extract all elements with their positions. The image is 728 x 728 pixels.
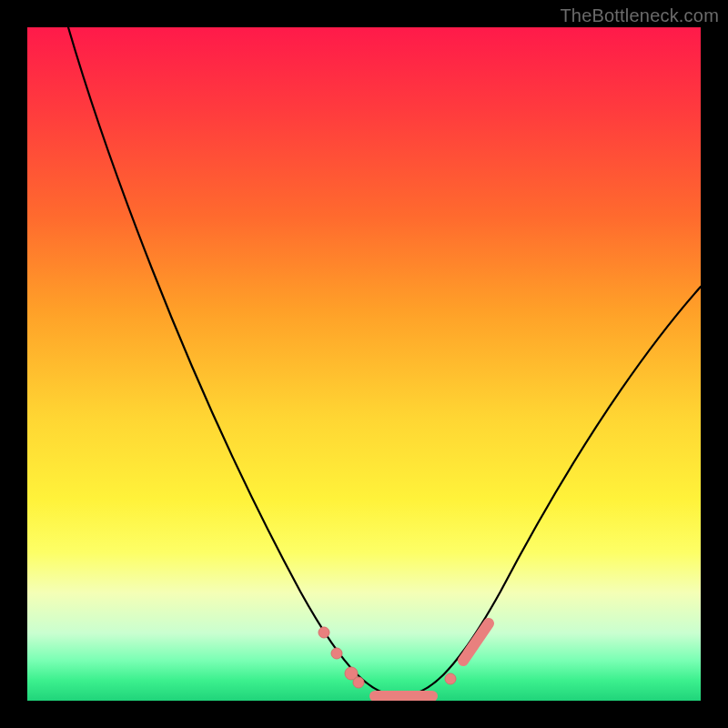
curve-svg [27, 27, 701, 701]
highlight-point-3 [353, 677, 364, 688]
highlight-point-1 [331, 648, 342, 659]
highlight-point-4 [445, 673, 456, 684]
plot-area [27, 27, 701, 701]
chart-stage: TheBottleneck.com [0, 0, 728, 728]
watermark-text: TheBottleneck.com [560, 5, 719, 26]
highlight-segment-1 [463, 623, 489, 661]
main-curve [68, 27, 701, 696]
highlight-point-0 [318, 627, 329, 638]
